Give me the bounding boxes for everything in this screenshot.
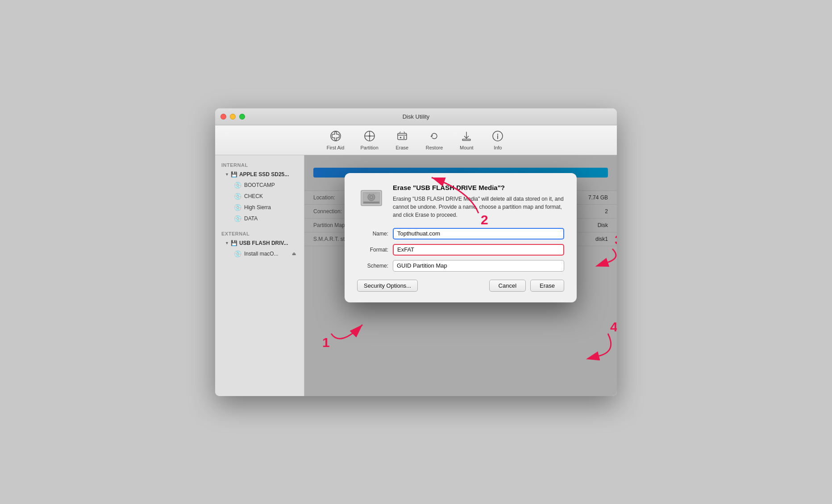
erase-button[interactable]: Erase xyxy=(530,280,564,292)
sidebar-item-bootcamp[interactable]: 💿 BOOTCAMP xyxy=(217,180,302,190)
dialog-buttons: Security Options... Cancel Erase xyxy=(357,280,564,292)
first-aid-icon xyxy=(329,130,342,144)
svg-rect-18 xyxy=(366,193,377,194)
format-select[interactable]: ExFAT Mac OS Extended (Journaled) Mac OS… xyxy=(393,244,564,256)
restore-icon xyxy=(428,130,441,144)
disk-icon-5: 💿 xyxy=(234,250,241,257)
disk-icon-2: 💿 xyxy=(234,193,241,200)
svg-rect-7 xyxy=(462,139,470,140)
bootcamp-label: BOOTCAMP xyxy=(244,182,296,188)
mount-label: Mount xyxy=(460,145,474,150)
usb-flash-label: USB FLASH DRIV... xyxy=(239,240,301,246)
window-title: Disk Utility xyxy=(403,113,430,120)
sidebar-item-data[interactable]: 💿 DATA xyxy=(217,213,302,224)
restore-label: Restore xyxy=(426,145,443,150)
close-button[interactable] xyxy=(220,114,226,120)
eject-icon[interactable]: ⏏ xyxy=(292,251,296,256)
chevron-icon-2: ▼ xyxy=(225,241,229,245)
cancel-button[interactable]: Cancel xyxy=(489,280,526,292)
main-window: Disk Utility First Aid Partition xyxy=(215,108,617,396)
toolbar-first-aid[interactable]: First Aid xyxy=(319,128,353,152)
maximize-button[interactable] xyxy=(239,114,245,120)
toolbar-mount[interactable]: Mount xyxy=(451,128,482,152)
high-sierra-label: High Sierra xyxy=(244,204,296,211)
sidebar-item-high-sierra[interactable]: 💿 High Sierra xyxy=(217,202,302,213)
erase-icon xyxy=(396,130,408,144)
sidebar-item-check[interactable]: 💿 CHECK xyxy=(217,191,302,202)
erase-dialog: Erase "USB FLASH DRIVE Media"? Erasing "… xyxy=(345,173,577,302)
first-aid-label: First Aid xyxy=(327,145,345,150)
format-form-row: Format: ExFAT Mac OS Extended (Journaled… xyxy=(357,244,564,256)
minimize-button[interactable] xyxy=(230,114,236,120)
name-input[interactable] xyxy=(393,228,564,240)
disk-icon: 💿 xyxy=(234,182,241,189)
partition-icon xyxy=(363,130,376,144)
traffic-lights xyxy=(220,114,245,120)
partition-label: Partition xyxy=(360,145,378,150)
check-label: CHECK xyxy=(244,193,296,199)
format-select-wrapper: ExFAT Mac OS Extended (Journaled) Mac OS… xyxy=(393,244,564,256)
dialog-header: Erase "USB FLASH DRIVE Media"? Erasing "… xyxy=(357,184,564,219)
drive-icon: 💾 xyxy=(231,171,237,178)
main-area: Internal ▼ 💾 APPLE SSD SD25... 💿 BOOTCAM… xyxy=(215,155,617,396)
sidebar: Internal ▼ 💾 APPLE SSD SD25... 💿 BOOTCAM… xyxy=(215,155,304,396)
titlebar: Disk Utility xyxy=(215,108,617,125)
dialog-overlay: Erase "USB FLASH DRIVE Media"? Erasing "… xyxy=(304,155,617,396)
toolbar-info[interactable]: Info xyxy=(482,128,513,152)
usb-icon: 💾 xyxy=(231,240,237,246)
toolbar-erase[interactable]: Erase xyxy=(387,128,418,152)
security-options-button[interactable]: Security Options... xyxy=(357,280,418,292)
chevron-icon: ▼ xyxy=(225,172,229,177)
external-section-label: External xyxy=(215,228,304,238)
mount-icon xyxy=(460,130,473,144)
name-form-row: Name: xyxy=(357,228,564,240)
content-area: Location: External Capacity: 7.74 GB Con… xyxy=(304,155,617,396)
data-label: DATA xyxy=(244,215,296,222)
svg-rect-5 xyxy=(398,133,407,140)
sidebar-item-usb-flash[interactable]: ▼ 💾 USB FLASH DRIV... xyxy=(215,238,304,248)
svg-point-9 xyxy=(497,133,498,134)
toolbar-partition[interactable]: Partition xyxy=(352,128,386,152)
dialog-description: Erasing "USB FLASH DRIVE Media" will del… xyxy=(393,195,564,219)
sidebar-item-apple-ssd[interactable]: ▼ 💾 APPLE SSD SD25... xyxy=(215,169,304,179)
disk-icon-3: 💿 xyxy=(234,204,241,211)
scheme-label: Scheme: xyxy=(357,263,388,269)
info-label: Info xyxy=(494,145,502,150)
disk-icon-4: 💿 xyxy=(234,215,241,222)
format-label: Format: xyxy=(357,247,388,253)
internal-section-label: Internal xyxy=(215,160,304,169)
install-maco-label: Install macO... xyxy=(244,251,289,257)
info-icon xyxy=(491,130,504,144)
sidebar-item-install-maco[interactable]: 💿 Install macO... ⏏ xyxy=(217,248,302,259)
scheme-form-row: Scheme: GUID Partition Map Master Boot R… xyxy=(357,260,564,272)
erase-label: Erase xyxy=(395,145,408,150)
svg-point-4 xyxy=(369,135,370,137)
apple-ssd-label: APPLE SSD SD25... xyxy=(239,171,301,178)
toolbar-restore[interactable]: Restore xyxy=(418,128,451,152)
scheme-select-wrapper: GUID Partition Map Master Boot Record Ap… xyxy=(393,260,564,272)
dialog-title: Erase "USB FLASH DRIVE Media"? xyxy=(393,184,564,191)
svg-point-17 xyxy=(370,196,372,198)
svg-rect-14 xyxy=(363,202,379,203)
scheme-select[interactable]: GUID Partition Map Master Boot Record Ap… xyxy=(393,260,564,272)
drive-icon-container xyxy=(357,184,386,212)
toolbar: First Aid Partition xyxy=(215,125,617,155)
name-label: Name: xyxy=(357,231,388,237)
dialog-text-area: Erase "USB FLASH DRIVE Media"? Erasing "… xyxy=(393,184,564,219)
